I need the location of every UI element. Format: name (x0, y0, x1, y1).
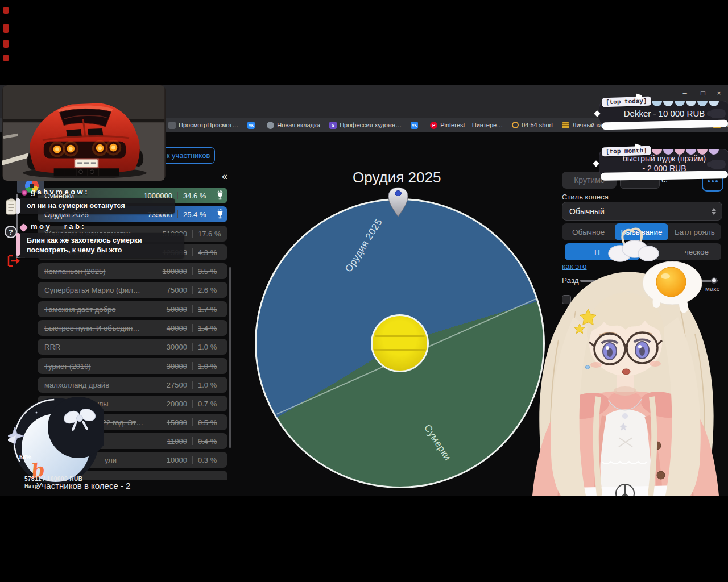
chat-message: Блин как же захотелось сумерки посмотрет… (19, 233, 184, 258)
s-badge-icon: S (329, 122, 337, 129)
top-donation-text: Dekker - 10 000 RUB (599, 109, 728, 118)
wheel-style-label: Стиль колеса (562, 193, 609, 201)
chat-message: ол ни на сумерки останутся (19, 198, 175, 214)
goblet-icon (213, 209, 228, 219)
top-month-badge: [top month] (602, 146, 651, 156)
row-amount: 27500 (144, 381, 187, 389)
row-name: малхолланд драйв (38, 381, 144, 389)
bookmark-item[interactable]: SПрофессия художн… (329, 122, 402, 129)
participants-list-button[interactable]: к участников (162, 147, 215, 164)
wheel-participant-count: Участников в колесе - 2 (36, 481, 130, 490)
dot-icon (712, 180, 714, 182)
row-amount: 30000 (144, 362, 187, 371)
chat-username: moy__rab: (31, 222, 86, 231)
row-name: Быстрее пули. И объедини #3 и … (38, 324, 144, 332)
wheel-style-select[interactable]: Обычный (562, 202, 722, 221)
chat-accent-bar (16, 198, 20, 214)
row-percent: 0.5 % (198, 418, 228, 427)
row-percent: 0.3 % (198, 456, 228, 464)
row-percent: 2.6 % (198, 286, 228, 294)
bookmark-label: Профессия художн… (340, 122, 402, 128)
row-amount: 11000 (144, 437, 187, 446)
dot-icon (715, 180, 718, 182)
moon-progress-widget: 58% (8, 396, 104, 488)
bookmark-label: ПросмотрПросмот… (179, 122, 238, 128)
vtuber-avatar (519, 226, 728, 496)
wave-decoration (675, 101, 685, 106)
table-row[interactable]: RRR300001.0 % (38, 339, 228, 355)
red-marker (3, 7, 9, 14)
row-percent: 1.0 % (198, 343, 228, 351)
vk-icon: VK (411, 122, 418, 129)
row-amount: 30000 (144, 343, 187, 351)
bookmark-item[interactable]: PPinterest – Пинтере… (430, 122, 503, 129)
row-percent: 25.4 % (183, 210, 213, 219)
bookmark-label: 04:54 short (522, 122, 553, 128)
moon-percent: 58% (19, 454, 32, 460)
table-row[interactable]: малхолланд драйв275001.0 % (38, 377, 228, 393)
bookmark-item[interactable]: 04:54 short (512, 122, 553, 128)
coins-icon (562, 122, 569, 128)
row-percent: 34.6 % (183, 192, 213, 200)
row-percent: 17.6 % (198, 230, 228, 238)
row-amount: 75000 (144, 286, 187, 294)
table-row[interactable]: Быстрее пули. И объедини #3 и …400001.4 … (38, 320, 228, 336)
goal-label: На гр (24, 483, 38, 489)
row-name: Турист (2010) (38, 362, 144, 371)
red-car-video-frame (2, 85, 166, 181)
bookmark-item[interactable]: Новая вкладка (267, 122, 320, 129)
row-amount: 15000 (144, 418, 187, 427)
pinterest-icon: P (430, 122, 437, 129)
row-amount: 10000 (144, 456, 187, 464)
globe-icon (267, 122, 274, 129)
top-today-badge: [top today] (602, 96, 651, 107)
table-row[interactable]: Таможня даёт добро500001.7 % (38, 301, 228, 317)
row-percent: 1.7 % (198, 305, 228, 314)
row-name: Компаньон (2025) (38, 267, 144, 276)
bookmark-item[interactable]: ПросмотрПросмот… (168, 122, 238, 129)
top-letterbox (0, 0, 728, 85)
goblet-icon (213, 190, 228, 201)
page-icon (168, 122, 176, 129)
row-name: Таможня даёт добро (38, 305, 144, 314)
wave-decoration (686, 101, 696, 106)
bookmark-item[interactable]: VK (411, 122, 421, 129)
bookmark-label: Новая вкладка (277, 122, 320, 128)
bookmark-item[interactable]: VK (247, 122, 258, 129)
wave-decoration (663, 101, 673, 106)
clock-ring-icon (512, 122, 519, 128)
chat-badge-icon (22, 190, 27, 196)
row-name: Супербратья Марио (фильм) 1993 (38, 286, 144, 294)
red-marker (3, 24, 9, 33)
wave-decoration (697, 101, 708, 106)
table-row[interactable]: Турист (2010)300001.0 % (38, 358, 228, 374)
row-percent: 1.0 % (198, 381, 228, 389)
window-close-button[interactable]: × (713, 89, 725, 97)
row-amount: 20000 (144, 400, 187, 408)
table-row[interactable]: Супербратья Марио (фильм) 1993750002.6 % (38, 282, 228, 298)
vk-icon: VK (247, 122, 255, 129)
wave-decoration (652, 101, 662, 106)
row-amount: 40000 (144, 324, 187, 332)
dot-icon (708, 180, 710, 182)
row-amount: 100000 (144, 267, 187, 276)
red-marker (3, 55, 9, 61)
chat-accent-bar (16, 233, 20, 256)
video-player (2, 85, 166, 181)
wheel-pointer (387, 186, 410, 217)
list-scrollbar[interactable] (229, 267, 231, 448)
wheel-style-value: Обычный (562, 207, 605, 216)
wave-decoration (709, 101, 719, 106)
collapse-chevron[interactable]: « (222, 171, 228, 182)
question-icon: ? (5, 226, 17, 238)
bottom-letterbox (0, 496, 728, 582)
wheel-title: Орудия 2025 (353, 169, 441, 186)
window-maximize-button[interactable]: □ (697, 89, 709, 97)
table-row[interactable]: Компаньон (2025)1000003.5 % (38, 263, 228, 279)
chevron-updown-icon (712, 208, 716, 215)
row-percent: 1.4 % (198, 324, 228, 332)
window-minimize-button[interactable]: – (679, 89, 690, 97)
wheel-center-image (371, 314, 429, 372)
row-percent: 4.3 % (198, 248, 228, 257)
row-percent: 0.4 % (198, 437, 228, 446)
